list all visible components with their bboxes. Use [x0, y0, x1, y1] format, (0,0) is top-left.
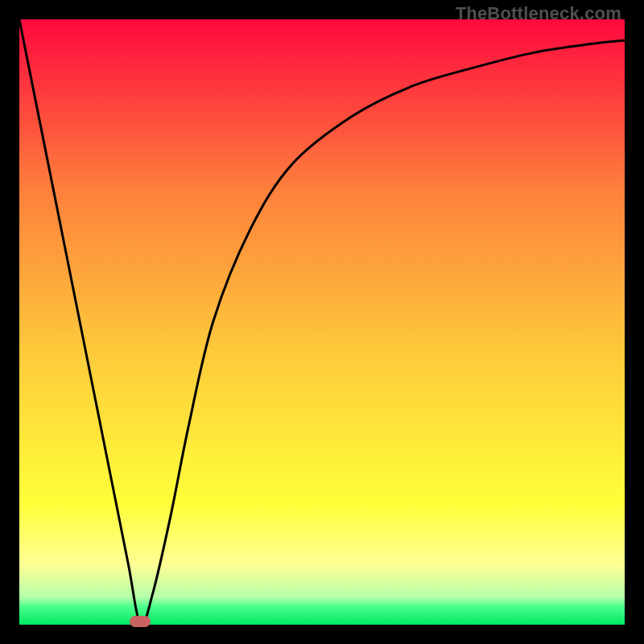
min-marker: [130, 616, 151, 627]
bottleneck-curve: [19, 19, 625, 625]
watermark-text: TheBottleneck.com: [456, 3, 621, 24]
